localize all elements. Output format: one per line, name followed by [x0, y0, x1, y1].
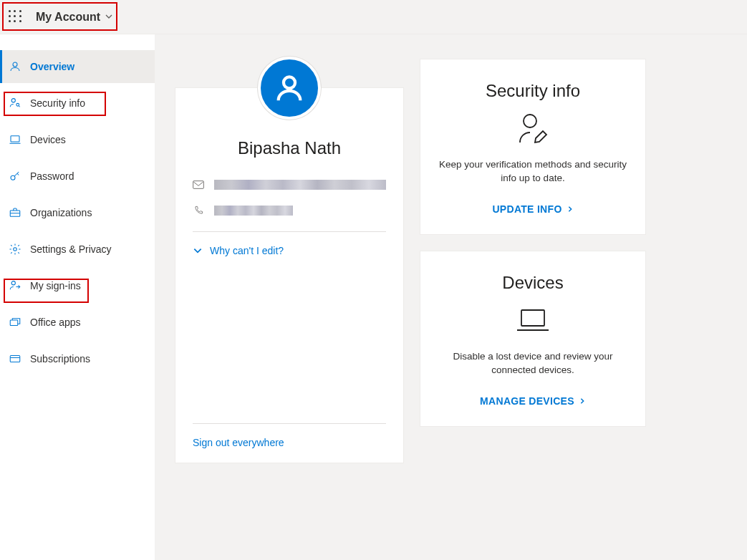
chevron-down-icon: [105, 11, 113, 24]
sidebar-my-signins[interactable]: My sign-ins: [0, 269, 155, 302]
card-title: Security info: [436, 81, 630, 101]
chevron-right-icon: [567, 206, 574, 213]
main-content: Bipasha Nath Why can't I edit? Sign out …: [155, 34, 747, 560]
email-value-redacted: [214, 180, 386, 190]
card-icon: [9, 352, 21, 365]
why-cant-edit-link[interactable]: Why can't I edit?: [193, 245, 386, 256]
card-description: Disable a lost device and review your co…: [436, 350, 630, 377]
sidebar-item-label: Settings & Privacy: [30, 243, 112, 255]
laptop-icon: [9, 133, 21, 146]
app-stack-icon: [9, 316, 21, 329]
email-row: [193, 180, 386, 190]
person-key-icon: [9, 97, 21, 110]
sidebar-item-label: Subscriptions: [30, 353, 90, 365]
chevron-down-icon: [193, 246, 203, 256]
security-info-card: Security info Keep your verification met…: [420, 59, 646, 235]
divider: [193, 231, 386, 232]
phone-row: [193, 206, 386, 216]
sidebar-item-label: Office apps: [30, 317, 81, 328]
svg-point-0: [13, 62, 17, 67]
card-description: Keep your verification methods and secur…: [436, 158, 630, 185]
sidebar-office-apps[interactable]: Office apps: [0, 306, 155, 339]
chevron-right-icon: [579, 397, 586, 405]
avatar: [258, 57, 321, 120]
sidebar-item-label: Password: [30, 170, 74, 182]
link-label: Sign out everywhere: [193, 437, 284, 448]
svg-point-6: [14, 248, 17, 251]
svg-rect-8: [10, 320, 18, 326]
sidebar-item-label: Organizations: [30, 207, 92, 218]
sign-out-everywhere-link[interactable]: Sign out everywhere: [193, 437, 386, 448]
mail-icon: [193, 180, 204, 190]
gear-icon: [9, 243, 21, 256]
sidebar-devices[interactable]: Devices: [0, 123, 155, 156]
action-label: MANAGE DEVICES: [480, 395, 574, 407]
svg-point-4: [11, 175, 15, 180]
update-info-link[interactable]: UPDATE INFO: [492, 203, 573, 215]
person-arrow-icon: [9, 279, 21, 292]
briefcase-icon: [9, 206, 21, 219]
divider: [193, 423, 386, 424]
devices-card: Devices Disable a lost device and review…: [420, 251, 646, 427]
sidebar-password[interactable]: Password: [0, 160, 155, 193]
manage-devices-link[interactable]: MANAGE DEVICES: [480, 395, 586, 407]
svg-point-2: [16, 103, 19, 106]
sidebar-item-label: Devices: [30, 134, 66, 145]
phone-icon: [193, 206, 204, 216]
svg-point-12: [524, 115, 536, 127]
sidebar-item-label: Overview: [30, 61, 74, 72]
sidebar-overview[interactable]: Overview: [0, 50, 155, 83]
app-launcher-icon[interactable]: [9, 10, 23, 24]
sidebar-item-label: My sign-ins: [30, 280, 81, 291]
svg-rect-3: [11, 136, 19, 142]
svg-rect-13: [521, 310, 544, 326]
sidebar: Overview Security info Devices Password: [0, 34, 155, 560]
sidebar-settings-privacy[interactable]: Settings & Privacy: [0, 233, 155, 266]
svg-point-7: [11, 281, 15, 285]
person-icon: [9, 60, 21, 73]
profile-card: Bipasha Nath Why can't I edit? Sign out …: [175, 87, 404, 463]
laptop-icon: [513, 303, 553, 337]
svg-point-1: [11, 99, 15, 102]
action-label: UPDATE INFO: [492, 203, 562, 215]
card-title: Devices: [436, 273, 630, 293]
person-edit-icon: [513, 111, 553, 145]
sidebar-security-info[interactable]: Security info: [0, 87, 155, 120]
svg-rect-11: [193, 181, 204, 189]
phone-value-redacted: [214, 206, 293, 216]
key-icon: [9, 170, 21, 183]
link-label: Why can't I edit?: [210, 245, 284, 256]
sidebar-item-label: Security info: [30, 97, 85, 109]
svg-rect-9: [10, 356, 20, 362]
sidebar-subscriptions[interactable]: Subscriptions: [0, 342, 155, 375]
profile-name: Bipasha Nath: [193, 138, 386, 158]
header: My Account: [0, 0, 747, 34]
svg-point-10: [284, 77, 295, 88]
header-title-label: My Account: [36, 11, 100, 24]
header-title-dropdown[interactable]: My Account: [36, 11, 113, 24]
sidebar-organizations[interactable]: Organizations: [0, 196, 155, 229]
